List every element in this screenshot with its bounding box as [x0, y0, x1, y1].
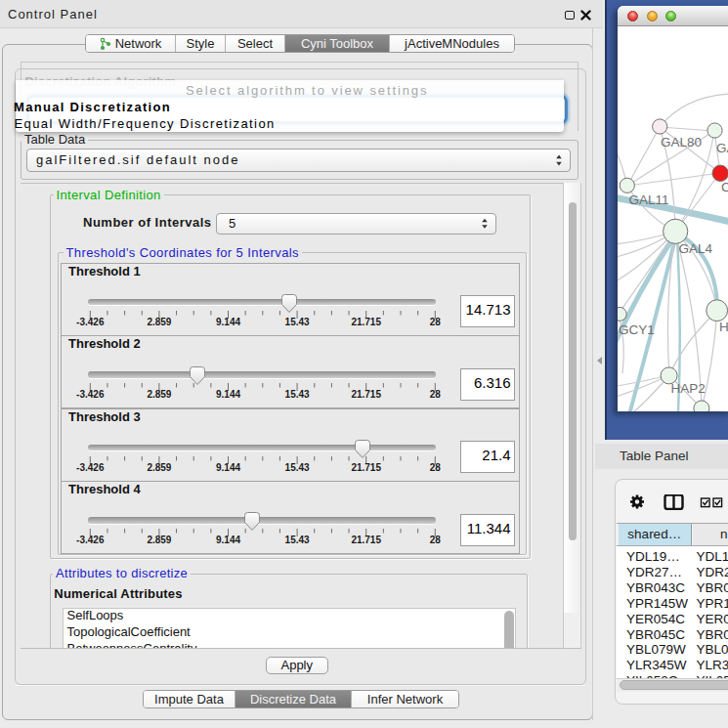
svg-text:CYC8: CYC8: [721, 180, 728, 194]
svg-text:GAL80: GAL80: [661, 135, 702, 150]
svg-text:GAL7: GAL7: [716, 141, 728, 155]
svg-text:GAL11: GAL11: [629, 193, 669, 207]
svg-text:HAP2: HAP2: [671, 381, 706, 396]
svg-text:HAP1: HAP1: [719, 320, 728, 334]
svg-text:GAL4: GAL4: [679, 241, 713, 256]
svg-text:GCY1: GCY1: [619, 322, 655, 337]
